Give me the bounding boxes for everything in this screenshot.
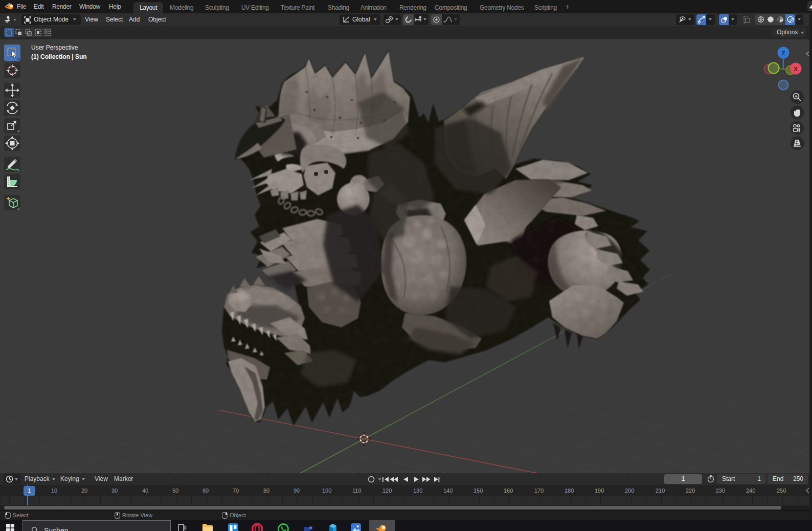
svg-text:Z: Z <box>782 50 785 56</box>
svg-text:X: X <box>794 66 798 72</box>
